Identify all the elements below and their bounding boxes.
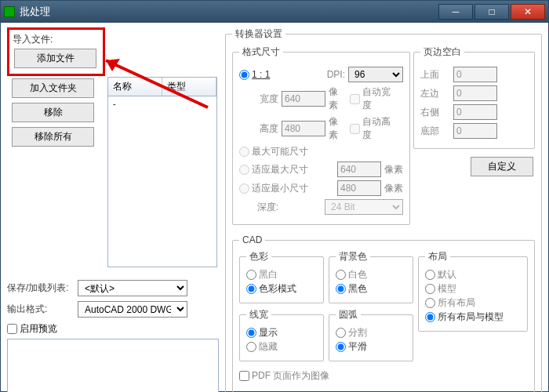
arc-split-radio[interactable]: 分割 [336, 326, 367, 339]
margin-right-input [453, 104, 497, 120]
margin-bottom-input [453, 123, 497, 139]
pdf-as-image-checkbox[interactable]: PDF 页面作为图像 [239, 369, 329, 383]
minimize-button[interactable]: ─ [438, 4, 473, 20]
margin-left-input [453, 85, 497, 101]
fit-min-radio[interactable]: 适应最小尺寸 [239, 182, 308, 195]
auto-height-checkbox[interactable]: 自动高度 [350, 115, 398, 142]
app-icon [4, 6, 15, 17]
file-list: 名称 类型 - [107, 77, 217, 267]
max-possible-radio[interactable]: 最大可能尺寸 [239, 145, 308, 158]
bg-group: 背景色 白色 黑色 [329, 250, 413, 303]
dpi-combo[interactable]: 96 [348, 67, 403, 82]
right-panel: 转换器设置 格式尺寸 1 : 1 DPI: 96 宽度 [225, 27, 542, 387]
add-folder-button[interactable]: 加入文件夹 [12, 78, 94, 98]
bg-black-radio[interactable]: 黑色 [336, 282, 367, 296]
color-group: 色彩 黑白 色彩模式 [239, 250, 324, 303]
width-input [282, 91, 325, 107]
enable-preview-checkbox[interactable] [7, 324, 17, 334]
margins-group: 页边空白 上面 左边 右侧 底部 [413, 45, 535, 149]
preview-area [7, 339, 219, 392]
col-type[interactable]: 类型 [162, 78, 216, 96]
bg-white-radio[interactable]: 白色 [336, 268, 367, 281]
fit-max-input [337, 162, 381, 177]
format-size-legend: 格式尺寸 [239, 45, 283, 59]
enable-preview-label: 启用预览 [20, 322, 57, 336]
file-list-body[interactable]: - [107, 96, 217, 267]
ratio-11-radio[interactable]: 1 : 1 [239, 69, 270, 80]
layout-default-radio[interactable]: 默认 [425, 268, 456, 281]
file-list-header: 名称 类型 [107, 77, 217, 96]
depth-combo: 24 Bit [325, 199, 403, 215]
depth-label: 深度: [239, 201, 278, 214]
width-label: 宽度 [239, 93, 278, 106]
batch-window: 批处理 ─ □ ✕ 导入文件: 添加文件 加入文件夹 移除 移除所有 [0, 0, 549, 392]
arc-smooth-radio[interactable]: 平滑 [336, 340, 367, 354]
col-name[interactable]: 名称 [108, 78, 162, 96]
auto-width-checkbox[interactable]: 自动宽度 [350, 85, 398, 112]
maximize-button[interactable]: □ [474, 4, 509, 20]
remove-all-button[interactable]: 移除所有 [12, 127, 94, 147]
save-list-label: 保存/加载列表: [7, 281, 78, 295]
output-format-combo[interactable]: AutoCAD 2000 DWG (*.d [78, 301, 187, 318]
fit-min-input [337, 180, 381, 196]
dpi-label: DPI: [306, 69, 345, 80]
svg-marker-1 [106, 59, 120, 71]
add-file-button[interactable]: 添加文件 [14, 49, 96, 68]
format-size-group: 格式尺寸 1 : 1 DPI: 96 宽度 像素 [232, 45, 410, 225]
arc-group: 圆弧 分割 平滑 [329, 308, 413, 361]
titlebar: 批处理 ─ □ ✕ [1, 1, 548, 23]
color-bw-radio[interactable]: 黑白 [246, 268, 278, 281]
close-button[interactable]: ✕ [511, 4, 545, 20]
import-files-label: 导入文件: [13, 33, 100, 46]
cad-group: CAD 色彩 黑白 色彩模式 线宽 显示 隐藏 [232, 234, 535, 392]
lineweight-group: 线宽 显示 隐藏 [239, 308, 324, 361]
converter-settings-group: 转换器设置 格式尺寸 1 : 1 DPI: 96 宽度 [225, 27, 542, 392]
layout-group: 布局 默认 模型 所有布局 所有布局与模型 [418, 250, 528, 332]
lw-hide-radio[interactable]: 隐藏 [246, 340, 278, 354]
window-title: 批处理 [20, 5, 437, 19]
height-label: 高度 [239, 122, 278, 136]
save-list-combo[interactable]: <默认> [78, 280, 187, 296]
remove-button[interactable]: 移除 [12, 103, 94, 122]
cad-legend: CAD [239, 234, 265, 245]
layout-model-radio[interactable]: 模型 [425, 282, 456, 296]
import-highlight: 导入文件: 添加文件 [7, 27, 105, 76]
margins-legend: 页边空白 [420, 45, 464, 59]
layout-all-model-radio[interactable]: 所有布局与模型 [425, 310, 504, 324]
layout-all-radio[interactable]: 所有布局 [425, 296, 475, 310]
left-panel: 导入文件: 添加文件 加入文件夹 移除 移除所有 名称 类型 - [7, 27, 219, 387]
custom-button[interactable]: 自定义 [471, 157, 533, 176]
margin-top-input [453, 67, 497, 82]
fit-max-radio[interactable]: 适应最大尺寸 [239, 163, 308, 176]
height-input [282, 121, 325, 136]
color-mode-radio[interactable]: 色彩模式 [246, 282, 296, 296]
converter-settings-legend: 转换器设置 [232, 27, 285, 41]
lw-show-radio[interactable]: 显示 [246, 326, 278, 339]
output-format-label: 输出格式: [7, 303, 78, 316]
